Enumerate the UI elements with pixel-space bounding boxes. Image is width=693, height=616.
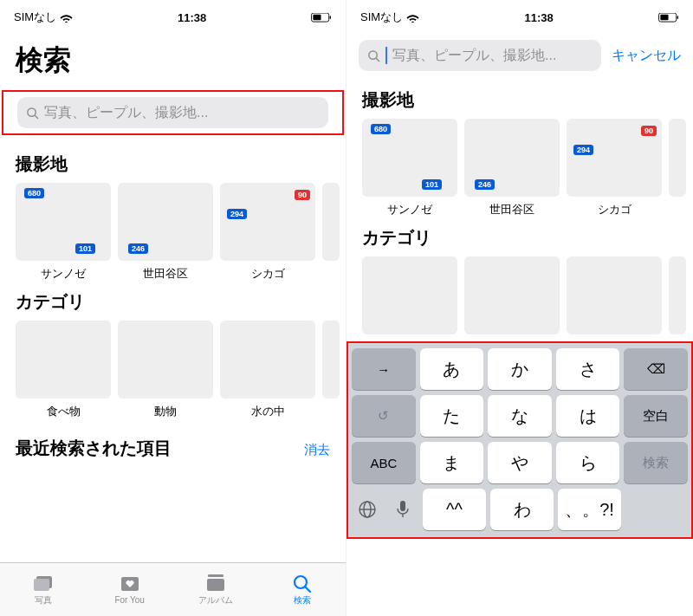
place-tile-peek[interactable] <box>669 119 686 217</box>
key-backspace[interactable]: ⌫ <box>624 348 688 390</box>
svg-rect-14 <box>677 16 678 19</box>
pane-default: SIMなし 11:38 検索 写真、ピープル、撮影地... 撮影地 680101… <box>0 0 346 616</box>
svg-line-4 <box>35 115 38 119</box>
search-tab-icon <box>291 574 314 593</box>
svg-line-11 <box>305 587 310 592</box>
search-row: 写真、ピープル、撮影地... キャンセル <box>346 35 693 80</box>
search-placeholder: 写真、ピープル、撮影地... <box>392 47 556 65</box>
pane-active-search: SIMなし 11:38 写真、ピープル、撮影地... キャンセル 撮影地 680… <box>346 0 693 616</box>
key-kana[interactable]: さ <box>556 348 620 390</box>
svg-rect-13 <box>660 14 668 19</box>
search-highlight-box: 写真、ピープル、撮影地... <box>2 90 344 135</box>
key-kana[interactable]: は <box>556 395 620 437</box>
places-row: 680101 サンノゼ 246 世田谷区 29490 シカゴ <box>346 119 693 217</box>
categories-row: 食べ物 動物 水の中 <box>0 321 346 419</box>
svg-rect-9 <box>207 579 224 591</box>
tab-albums[interactable]: アルバム <box>173 563 260 616</box>
section-categories-title: カテゴリ <box>346 217 693 256</box>
wifi-icon <box>60 13 73 23</box>
key-kana[interactable]: な <box>488 395 552 437</box>
clock: 11:38 <box>178 11 206 24</box>
keyboard-highlight-box: → あ か さ ⌫ ↺ た な は 空白 ABC ま や ら 検索 <box>346 341 693 539</box>
sim-status: SIMなし <box>14 10 56 25</box>
page-title: 検索 <box>0 35 346 90</box>
recent-header: 最近検索された項目 消去 <box>0 419 346 465</box>
key-kana[interactable]: あ <box>420 348 484 390</box>
keyboard: → あ か さ ⌫ ↺ た な は 空白 ABC ま や ら 検索 <box>348 343 691 537</box>
status-bar: SIMなし 11:38 <box>346 0 693 35</box>
category-tile-peek[interactable] <box>322 321 340 419</box>
key-undo[interactable]: ↺ <box>352 395 416 437</box>
albums-icon <box>204 574 227 593</box>
section-categories-title: カテゴリ <box>0 282 346 321</box>
place-tile[interactable]: 29490 シカゴ <box>220 183 315 282</box>
places-row: 680101 サンノゼ 246 世田谷区 29490 シカゴ <box>0 183 346 282</box>
tab-bar: 写真 For You アルバム 検索 <box>0 562 346 616</box>
heart-icon <box>119 574 141 593</box>
key-punct[interactable]: 、。?! <box>558 489 621 530</box>
key-abc[interactable]: ABC <box>352 442 416 483</box>
category-tile[interactable]: 食べ物 <box>16 321 111 419</box>
place-tile[interactable]: 246 世田谷区 <box>464 119 560 217</box>
text-cursor <box>385 47 387 64</box>
category-tile[interactable] <box>464 256 560 334</box>
status-bar: SIMなし 11:38 <box>0 0 346 35</box>
key-kana[interactable]: か <box>488 348 552 390</box>
place-tile[interactable]: 29490 シカゴ <box>567 119 662 217</box>
mic-icon <box>396 500 410 519</box>
key-kana[interactable]: た <box>420 395 484 437</box>
key-kana[interactable]: ま <box>420 442 484 483</box>
section-places-title: 撮影地 <box>346 80 693 119</box>
place-tile[interactable]: 680101 サンノゼ <box>362 119 457 217</box>
svg-rect-8 <box>208 574 223 577</box>
tab-search[interactable]: 検索 <box>259 563 346 616</box>
svg-rect-20 <box>400 501 405 511</box>
key-kana[interactable]: や <box>488 442 552 483</box>
category-tile-peek[interactable] <box>669 256 686 334</box>
tab-foryou[interactable]: For You <box>87 563 173 616</box>
category-tile[interactable] <box>362 256 457 334</box>
clock: 11:38 <box>524 11 553 24</box>
key-kana[interactable]: わ <box>490 489 554 530</box>
key-mic[interactable] <box>387 490 418 528</box>
category-tile[interactable]: 水の中 <box>220 321 315 419</box>
svg-rect-1 <box>313 14 321 19</box>
key-globe[interactable] <box>352 490 383 528</box>
place-tile-peek[interactable] <box>322 183 340 282</box>
section-places-title: 撮影地 <box>0 144 346 183</box>
battery-icon <box>658 13 679 23</box>
search-input[interactable]: 写真、ピープル、撮影地... <box>17 97 328 128</box>
wifi-icon <box>406 13 419 23</box>
category-tile[interactable] <box>567 256 662 334</box>
key-search[interactable]: 検索 <box>624 442 688 483</box>
category-tile[interactable]: 動物 <box>118 321 213 419</box>
search-input[interactable]: 写真、ピープル、撮影地... <box>359 40 601 71</box>
svg-rect-6 <box>34 579 49 591</box>
key-kana[interactable]: ら <box>556 442 620 483</box>
svg-point-3 <box>28 107 36 115</box>
cancel-button[interactable]: キャンセル <box>612 47 681 65</box>
key-next-field[interactable]: → <box>352 348 416 390</box>
clear-button[interactable]: 消去 <box>304 442 330 458</box>
categories-row <box>346 256 693 334</box>
key-space[interactable]: 空白 <box>624 395 688 437</box>
svg-rect-2 <box>330 16 331 19</box>
battery-icon <box>311 13 332 23</box>
search-placeholder: 写真、ピープル、撮影地... <box>44 104 208 122</box>
photos-icon <box>32 574 55 593</box>
svg-point-15 <box>369 50 377 58</box>
place-tile[interactable]: 246 世田谷区 <box>118 183 213 282</box>
globe-icon <box>358 500 377 519</box>
search-icon <box>367 49 380 62</box>
tab-photos[interactable]: 写真 <box>0 563 87 616</box>
place-tile[interactable]: 680101 サンノゼ <box>16 183 111 282</box>
key-emoticon[interactable]: ^^ <box>423 489 486 530</box>
search-icon <box>26 107 39 120</box>
svg-line-16 <box>376 58 379 62</box>
sim-status: SIMなし <box>360 10 403 25</box>
